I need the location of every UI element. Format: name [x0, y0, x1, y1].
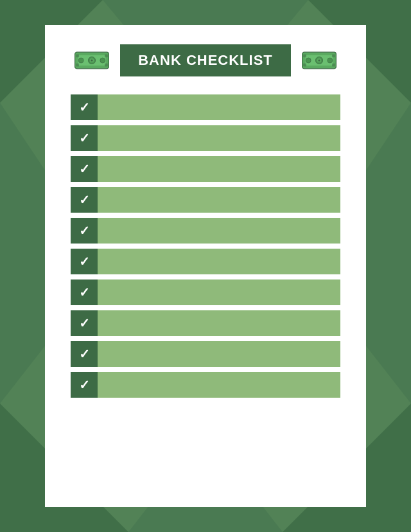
checklist-row[interactable]: ✓: [71, 279, 340, 305]
svg-rect-29: [303, 54, 306, 57]
check-line: [98, 279, 340, 305]
check-box[interactable]: ✓: [71, 279, 98, 305]
check-line: [98, 310, 340, 336]
svg-point-17: [100, 58, 105, 63]
svg-point-27: [306, 58, 311, 63]
svg-point-15: [91, 59, 93, 61]
check-mark-icon: ✓: [79, 348, 90, 360]
header: BANK CHECKLIST: [71, 44, 340, 76]
check-line: [98, 156, 340, 182]
check-mark-icon: ✓: [79, 317, 90, 330]
svg-rect-18: [76, 54, 79, 57]
check-box[interactable]: ✓: [71, 156, 98, 182]
check-box[interactable]: ✓: [71, 310, 98, 336]
svg-rect-19: [105, 54, 108, 57]
check-line: [98, 125, 340, 151]
checklist: ✓✓✓✓✓✓✓✓✓✓: [71, 94, 340, 398]
money-icon-left: [74, 50, 110, 71]
check-mark-icon: ✓: [79, 255, 90, 268]
checklist-row[interactable]: ✓: [71, 310, 340, 336]
check-mark-icon: ✓: [79, 101, 90, 114]
check-mark-icon: ✓: [79, 132, 90, 145]
checklist-row[interactable]: ✓: [71, 94, 340, 120]
svg-rect-21: [105, 64, 108, 67]
check-mark-icon: ✓: [79, 193, 90, 206]
checklist-row[interactable]: ✓: [71, 372, 340, 398]
svg-rect-30: [332, 54, 335, 57]
checklist-row[interactable]: ✓: [71, 187, 340, 213]
svg-point-16: [78, 58, 83, 63]
svg-rect-32: [332, 64, 335, 67]
svg-rect-31: [303, 64, 306, 67]
check-box[interactable]: ✓: [71, 125, 98, 151]
check-mark-icon: ✓: [79, 224, 90, 237]
check-line: [98, 341, 340, 367]
svg-point-26: [318, 59, 320, 61]
money-icon-right: [301, 50, 337, 71]
check-box[interactable]: ✓: [71, 218, 98, 244]
page-wrapper: BANK CHECKLIST ✓✓✓✓✓✓✓✓✓✓: [0, 0, 411, 532]
title-banner: BANK CHECKLIST: [120, 44, 291, 76]
page-content: BANK CHECKLIST ✓✓✓✓✓✓✓✓✓✓: [45, 25, 366, 507]
check-line: [98, 218, 340, 244]
page-title: BANK CHECKLIST: [138, 52, 273, 69]
check-line: [98, 372, 340, 398]
check-box[interactable]: ✓: [71, 187, 98, 213]
check-mark-icon: ✓: [79, 163, 90, 175]
check-mark-icon: ✓: [79, 286, 90, 299]
check-line: [98, 187, 340, 213]
checklist-row[interactable]: ✓: [71, 218, 340, 244]
svg-rect-20: [76, 64, 79, 67]
checklist-row[interactable]: ✓: [71, 341, 340, 367]
check-line: [98, 249, 340, 274]
check-box[interactable]: ✓: [71, 94, 98, 120]
check-box[interactable]: ✓: [71, 341, 98, 367]
check-mark-icon: ✓: [79, 378, 90, 391]
check-box[interactable]: ✓: [71, 372, 98, 398]
checklist-row[interactable]: ✓: [71, 125, 340, 151]
svg-point-28: [328, 58, 333, 63]
check-line: [98, 94, 340, 120]
check-box[interactable]: ✓: [71, 249, 98, 274]
checklist-row[interactable]: ✓: [71, 249, 340, 274]
checklist-row[interactable]: ✓: [71, 156, 340, 182]
